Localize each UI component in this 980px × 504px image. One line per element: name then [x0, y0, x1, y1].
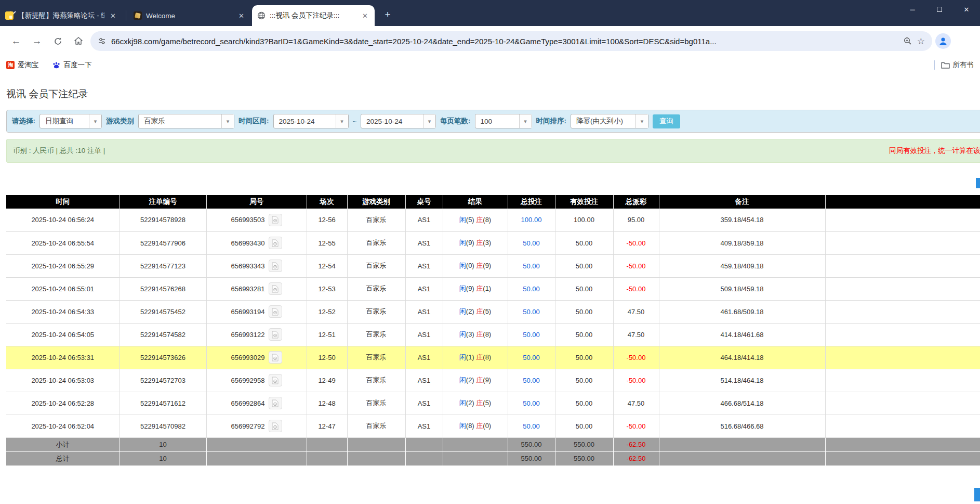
game-type-label: 游戏类别 [106, 117, 134, 126]
video-replay-button[interactable] [269, 328, 282, 341]
tab-forum[interactable]: 【新提醒】海燕策略论坛 - 综合 ✕ [0, 5, 123, 26]
cell-round-number: 656993029 [206, 346, 307, 369]
scroll-button-fragment-top[interactable] [976, 178, 980, 188]
cell-total-bet[interactable]: 50.00 [508, 323, 555, 346]
cell-remark: 516.68/466.68 [659, 415, 825, 437]
back-button[interactable]: ← [7, 32, 25, 50]
cell-bet-id: 522914575452 [120, 300, 206, 323]
bookmark-baidu[interactable]: 百度一下 [52, 60, 92, 70]
close-window-button[interactable]: ✕ [953, 0, 980, 19]
currency-summary-text: 币别 : 人民币 | 总共 :10 注单 | [13, 146, 105, 156]
maximize-button[interactable] [926, 0, 953, 19]
total-bet-link[interactable]: 50.00 [523, 331, 540, 339]
sort-select[interactable]: 降幂(由大到小) ▾ [571, 114, 648, 128]
video-replay-button[interactable] [269, 397, 282, 409]
page-size-select[interactable]: 100 ▾ [475, 114, 532, 128]
scroll-button-fragment-bottom[interactable] [974, 488, 980, 501]
summary-total-bet: 550.00 [508, 451, 555, 466]
summary-empty-cell [206, 451, 307, 466]
browser-toolbar: ← → 66cxkj98.com/game/betrecord_search/k… [0, 26, 980, 56]
cell-result: 闲(5) 庄(8) [443, 209, 508, 231]
bookmark-label: 爱淘宝 [18, 60, 39, 70]
date-end-select[interactable]: 2025-10-24 ▾ [361, 114, 436, 128]
url-text[interactable]: 66cxkj98.com/game/betrecord_search/kind3… [111, 37, 898, 46]
video-replay-button[interactable] [269, 305, 282, 318]
date-range-label: 时间区间: [239, 117, 269, 126]
chevron-down-icon: ▾ [635, 114, 648, 128]
total-bet-link[interactable]: 50.00 [523, 377, 540, 384]
cell-total-bet[interactable]: 50.00 [508, 346, 555, 369]
zoom-icon[interactable] [904, 37, 912, 45]
total-bet-link[interactable]: 50.00 [523, 354, 540, 361]
total-bet-link[interactable]: 50.00 [523, 399, 540, 407]
cell-trailing [825, 415, 980, 437]
cell-game-type: 百家乐 [347, 231, 405, 254]
chevron-down-icon: ▾ [336, 114, 348, 128]
cell-trailing [825, 231, 980, 254]
date-start-select[interactable]: 2025-10-24 ▾ [273, 114, 349, 128]
tab-close-icon[interactable]: ✕ [109, 12, 117, 20]
minimize-button[interactable]: ─ [899, 0, 926, 19]
cell-total-bet[interactable]: 50.00 [508, 369, 555, 392]
video-replay-button[interactable] [269, 260, 282, 272]
total-bet-link[interactable]: 50.00 [523, 308, 540, 316]
cell-trailing [825, 392, 980, 415]
cell-total-bet[interactable]: 50.00 [508, 254, 555, 277]
cell-total-bet[interactable]: 50.00 [508, 392, 555, 415]
chevron-down-icon: ▾ [519, 114, 532, 128]
video-replay-button[interactable] [269, 420, 282, 432]
game-type-select[interactable]: 百家乐 ▾ [138, 114, 234, 128]
tab-close-icon[interactable]: ✕ [237, 12, 246, 20]
column-header: 备注 [659, 195, 825, 209]
cell-total-bet[interactable]: 50.00 [508, 300, 555, 323]
cell-session: 12-55 [307, 231, 347, 254]
total-bet-link[interactable]: 50.00 [523, 285, 540, 293]
forum-tab-icon [5, 11, 14, 20]
site-settings-icon[interactable] [98, 37, 106, 45]
search-button[interactable]: 查询 [653, 114, 680, 128]
table-row: 2025-10-24 06:56:24522914578928656993503… [6, 209, 980, 231]
video-replay-button[interactable] [269, 282, 282, 295]
cell-game-type: 百家乐 [347, 415, 405, 437]
cell-result: 闲(1) 庄(8) [443, 346, 508, 369]
reload-button[interactable] [49, 32, 67, 50]
tab-bet-records-active[interactable]: :::视讯 会员下注纪录::: ✕ [252, 5, 375, 26]
total-bet-link[interactable]: 100.00 [521, 216, 542, 224]
cell-total-bet[interactable]: 100.00 [508, 209, 555, 231]
table-row: 2025-10-24 06:54:05522914574582656993122… [6, 323, 980, 346]
home-button[interactable] [70, 32, 87, 50]
summary-empty-cell [307, 451, 347, 466]
cell-result: 闲(2) 庄(5) [443, 392, 508, 415]
cell-valid-bet: 50.00 [555, 254, 613, 277]
tab-welcome[interactable]: Welcome ✕ [128, 5, 251, 26]
cell-session: 12-53 [307, 277, 347, 300]
cell-remark: 409.18/359.18 [659, 231, 825, 254]
cell-valid-bet: 50.00 [555, 346, 613, 369]
all-bookmarks-folder[interactable]: 所有书 [941, 60, 974, 70]
profile-avatar[interactable] [935, 33, 951, 49]
total-bet-link[interactable]: 50.00 [523, 422, 540, 430]
summary-empty-cell [659, 437, 825, 451]
tab-close-icon[interactable]: ✕ [361, 12, 369, 20]
cell-time: 2025-10-24 06:52:04 [6, 415, 120, 437]
address-bar[interactable]: 66cxkj98.com/game/betrecord_search/kind3… [90, 31, 932, 51]
video-replay-button[interactable] [269, 237, 282, 249]
cell-total-bet[interactable]: 50.00 [508, 277, 555, 300]
forward-button[interactable]: → [28, 32, 46, 50]
bookmark-taobao[interactable]: 淘 爱淘宝 [6, 60, 39, 70]
total-bet-link[interactable]: 50.00 [523, 262, 540, 270]
column-header: 时间 [6, 195, 120, 209]
bookmark-star-icon[interactable]: ☆ [917, 36, 925, 47]
cell-round-number: 656993430 [206, 231, 307, 254]
cell-total-bet[interactable]: 50.00 [508, 231, 555, 254]
summary-empty-cell [825, 437, 980, 451]
cell-total-bet[interactable]: 50.00 [508, 415, 555, 437]
video-replay-button[interactable] [269, 374, 282, 386]
column-header: 结果 [443, 195, 508, 209]
video-replay-button[interactable] [269, 214, 282, 226]
total-bet-link[interactable]: 50.00 [523, 239, 540, 247]
video-replay-button[interactable] [269, 351, 282, 364]
mode-select[interactable]: 日期查询 ▾ [39, 114, 102, 128]
new-tab-button[interactable]: + [381, 8, 394, 22]
cell-bet-id: 522914577906 [120, 231, 206, 254]
